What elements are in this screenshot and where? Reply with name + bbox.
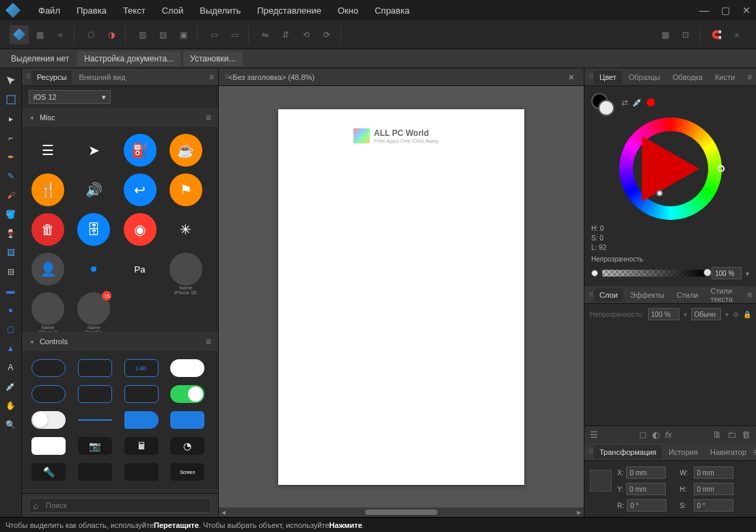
fx-icon[interactable]: fx bbox=[665, 430, 672, 440]
ctrl-camera[interactable]: 📷 bbox=[78, 437, 112, 455]
toolbar-align3-icon[interactable]: ▣ bbox=[174, 25, 193, 44]
tab-history[interactable]: История bbox=[663, 445, 703, 459]
place-image-tool[interactable]: 🖼 bbox=[1, 244, 21, 262]
asset-fingerprint-icon[interactable]: ◉ bbox=[124, 213, 157, 246]
tab-text-styles[interactable]: Стили текста bbox=[705, 284, 746, 306]
document-close-button[interactable]: × bbox=[565, 72, 578, 83]
asset-placeholder-1[interactable]: NameiPhone SE bbox=[170, 253, 202, 285]
section-misc-menu-icon[interactable]: ≡ bbox=[206, 112, 211, 123]
new-layer-icon[interactable]: 🗎 bbox=[713, 430, 722, 440]
layers-opacity-input[interactable] bbox=[648, 308, 679, 320]
tab-color[interactable]: Цвет bbox=[594, 70, 622, 84]
asset-applepay-icon[interactable]: Pa bbox=[124, 253, 157, 285]
assets-panel-menu-icon[interactable]: ≡ bbox=[209, 72, 214, 82]
blend-mode-select[interactable] bbox=[691, 308, 721, 320]
h-input[interactable] bbox=[694, 483, 733, 495]
toolbar-snap-icon[interactable]: 🧲 bbox=[707, 25, 726, 44]
ctrl-timer[interactable]: ◔ bbox=[170, 437, 204, 455]
scroll-left-icon[interactable]: ◂ bbox=[221, 507, 226, 517]
asset-archive-icon[interactable]: 🗄 bbox=[77, 213, 110, 246]
asset-radio-icon[interactable] bbox=[77, 253, 110, 285]
assets-search-input[interactable] bbox=[29, 498, 211, 513]
asset-flag-icon[interactable]: ⚑ bbox=[170, 173, 202, 206]
eyedropper-tool[interactable]: 💉 bbox=[1, 378, 21, 395]
s-input[interactable] bbox=[694, 499, 733, 512]
ctrl-flashlight[interactable]: 🔦 bbox=[31, 463, 66, 481]
hand-tool[interactable]: ✋ bbox=[1, 397, 21, 415]
color-panel-menu-icon[interactable]: ≡ bbox=[747, 72, 752, 82]
ctrl-toggle-on[interactable] bbox=[170, 385, 204, 403]
asset-avatar-icon[interactable]: 👤 bbox=[31, 253, 64, 285]
toolbar-view-icon[interactable]: ⊡ bbox=[676, 25, 695, 44]
horizontal-scrollbar[interactable]: ◂ ▸ bbox=[219, 507, 584, 517]
ctrl-segmented[interactable] bbox=[124, 385, 159, 403]
ellipse-tool[interactable]: ● bbox=[1, 301, 21, 319]
transform-panel-handle[interactable]: ⠿ bbox=[589, 448, 593, 456]
tab-swatches[interactable]: Образцы bbox=[623, 70, 666, 84]
menu-text[interactable]: Текст bbox=[115, 1, 154, 20]
tab-effects[interactable]: Эффекты bbox=[625, 288, 670, 302]
gear-icon[interactable]: ⚙ bbox=[733, 311, 739, 318]
ctrl-white-pill[interactable] bbox=[170, 359, 204, 377]
menu-help[interactable]: Справка bbox=[366, 1, 418, 20]
pencil-tool[interactable]: ✎ bbox=[1, 167, 21, 185]
color-panel-handle[interactable]: ⠿ bbox=[589, 73, 593, 81]
ctrl-outline-pill[interactable] bbox=[31, 359, 66, 377]
fill-tool[interactable]: 🪣 bbox=[1, 206, 21, 223]
ctrl-slider[interactable] bbox=[78, 419, 112, 421]
asset-list-icon[interactable]: ☰ bbox=[31, 134, 64, 167]
delete-layer-icon[interactable]: 🗑 bbox=[742, 430, 751, 440]
ctrl-outline-pill-2[interactable] bbox=[31, 385, 66, 403]
x-input[interactable] bbox=[626, 466, 666, 479]
menu-window[interactable]: Окно bbox=[329, 1, 366, 20]
layers-panel-menu-icon[interactable]: ≡ bbox=[747, 290, 752, 300]
tab-appearance[interactable]: Внешний вид bbox=[73, 70, 131, 84]
ctrl-outline-rect-2[interactable] bbox=[78, 385, 112, 403]
fill-swatch[interactable] bbox=[598, 100, 615, 116]
asset-food-icon[interactable]: 🍴 bbox=[31, 173, 64, 206]
asset-reply-icon[interactable]: ↩ bbox=[124, 173, 157, 206]
hue-handle[interactable] bbox=[718, 165, 725, 172]
toolbar-order1-icon[interactable]: ▭ bbox=[204, 25, 224, 44]
preferences-button[interactable]: Установки... bbox=[183, 51, 243, 66]
section-controls-header[interactable]: Controls ≡ bbox=[22, 332, 218, 351]
ctrl-dark-2[interactable] bbox=[78, 463, 112, 481]
toolbar-align1-icon[interactable]: ▥ bbox=[133, 25, 152, 44]
lock-icon[interactable]: 🔒 bbox=[743, 311, 751, 318]
panel-drag-handle[interactable]: ⠿ bbox=[26, 73, 30, 81]
toolbar-rotate-r-icon[interactable]: ⟳ bbox=[317, 25, 336, 44]
ctrl-toggle-off[interactable] bbox=[31, 411, 66, 429]
scrollbar-thumb[interactable] bbox=[365, 509, 438, 515]
zoom-tool[interactable]: 🔍 bbox=[1, 416, 21, 434]
w-input[interactable] bbox=[694, 466, 733, 479]
triangle-tool[interactable]: ▲ bbox=[1, 339, 21, 357]
opacity-dropdown-icon[interactable]: ▾ bbox=[746, 270, 749, 277]
asset-gas-icon[interactable]: ⛽ bbox=[124, 134, 157, 167]
scroll-right-icon[interactable]: ▸ bbox=[577, 507, 581, 517]
sl-handle[interactable] bbox=[656, 190, 663, 197]
ctrl-chip[interactable] bbox=[170, 411, 204, 429]
ctrl-outline-rect[interactable] bbox=[78, 359, 112, 377]
layers-stack-icon[interactable]: ☰ bbox=[590, 430, 598, 440]
layers-opacity-dropdown-icon[interactable]: ▾ bbox=[684, 311, 687, 318]
tab-styles[interactable]: Стили bbox=[671, 288, 704, 302]
tab-stroke[interactable]: Обводка bbox=[667, 70, 708, 84]
toolbar-grid-icon[interactable]: ▦ bbox=[30, 25, 49, 44]
transparency-tool[interactable]: 🍷 bbox=[1, 225, 21, 242]
rectangle-tool[interactable]: ▬ bbox=[1, 282, 21, 300]
brush-tool[interactable]: 🖌 bbox=[1, 186, 21, 204]
anchor-widget[interactable] bbox=[590, 470, 612, 492]
color-wheel[interactable] bbox=[619, 117, 722, 220]
ctrl-card[interactable] bbox=[31, 437, 66, 455]
layers-list[interactable] bbox=[584, 324, 756, 425]
assets-preset-dropdown[interactable]: iOS 12 ▾ bbox=[29, 90, 111, 104]
menu-edit[interactable]: Правка bbox=[68, 1, 115, 20]
toolbar-flip-v-icon[interactable]: ⇵ bbox=[276, 25, 295, 44]
document-tab[interactable]: <Без заголовка> (48.8%) bbox=[228, 73, 314, 81]
menu-layer[interactable]: Слой bbox=[154, 1, 192, 20]
y-input[interactable] bbox=[626, 483, 666, 495]
asset-location-icon[interactable]: ➤ bbox=[77, 134, 110, 167]
section-controls-menu-icon[interactable]: ≡ bbox=[206, 336, 211, 347]
menu-select[interactable]: Выделить bbox=[191, 1, 249, 20]
tab-layers[interactable]: Слои bbox=[594, 288, 623, 302]
